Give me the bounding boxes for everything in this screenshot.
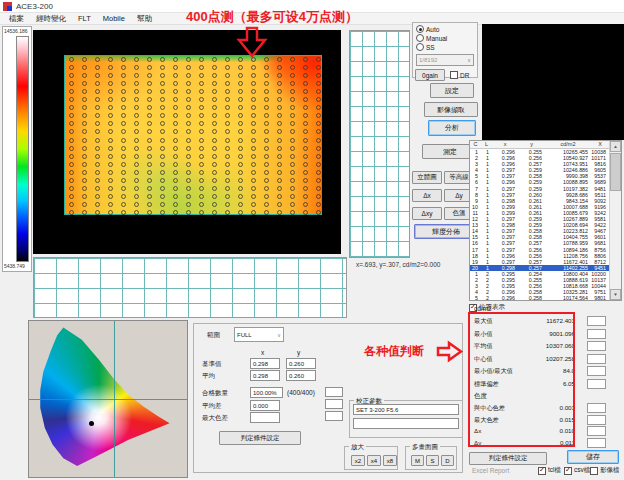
measure-point bbox=[121, 105, 126, 110]
image-file-box[interactable] bbox=[590, 467, 598, 475]
measure-point bbox=[290, 129, 295, 134]
stat-row: 最大色差0.015 bbox=[474, 416, 575, 425]
tcl-file-checkbox[interactable]: tcl檔 bbox=[538, 466, 561, 475]
measure-point bbox=[199, 65, 204, 70]
measure-point bbox=[303, 65, 308, 70]
measure-point bbox=[303, 129, 308, 134]
judge-indicator-box bbox=[325, 387, 343, 397]
measure-point bbox=[173, 186, 178, 191]
scroll-down-icon[interactable]: ▼ bbox=[610, 289, 621, 300]
colorbar-gradient bbox=[16, 36, 29, 262]
radio-manual[interactable]: Manual bbox=[416, 34, 447, 42]
base-x-field[interactable]: 0.298 bbox=[250, 358, 280, 369]
measure-point bbox=[238, 129, 243, 134]
measure-point bbox=[225, 178, 230, 183]
judge-indicator-box bbox=[587, 366, 606, 376]
measure-point bbox=[238, 97, 243, 102]
delta-xy-button[interactable]: Δxy bbox=[412, 207, 442, 220]
measure-point bbox=[251, 65, 256, 70]
csv-file-box[interactable] bbox=[564, 467, 572, 475]
measure-point bbox=[225, 202, 230, 207]
image-file-checkbox[interactable]: 影像檔 bbox=[590, 466, 620, 475]
measure-point bbox=[316, 202, 321, 207]
measure-point bbox=[264, 65, 269, 70]
zoom-button-x2[interactable]: x2 bbox=[351, 455, 365, 466]
dr-checkbox-box[interactable] bbox=[450, 71, 458, 79]
menu-item-4[interactable]: 幫助 bbox=[132, 14, 157, 24]
avg-x-field[interactable]: 0.298 bbox=[250, 370, 280, 381]
range-select[interactable]: FULL ∨ bbox=[234, 327, 284, 342]
menu-item-2[interactable]: FLT bbox=[73, 14, 96, 23]
measure-point bbox=[277, 194, 282, 199]
menu-item-1[interactable]: 經時變化 bbox=[31, 14, 71, 24]
measure-point bbox=[251, 154, 256, 159]
measure-point bbox=[108, 129, 113, 134]
table-row[interactable]: 520.2960.25810174.5649801 bbox=[470, 295, 621, 301]
measure-point bbox=[199, 73, 204, 78]
dr-checkbox[interactable]: DR bbox=[450, 71, 469, 79]
measure-point bbox=[121, 138, 126, 143]
measure-point bbox=[264, 170, 269, 175]
measure-point bbox=[173, 113, 178, 118]
delta-x-button[interactable]: Δx bbox=[412, 189, 442, 202]
settings-button[interactable]: 設定 bbox=[430, 83, 474, 98]
multiview-button-s[interactable]: S bbox=[426, 455, 439, 466]
measure-point bbox=[290, 105, 295, 110]
multiview-button-d[interactable]: D bbox=[441, 455, 454, 466]
stat-label: Δx bbox=[474, 427, 481, 434]
zoom-button-x8[interactable]: x8 bbox=[383, 455, 397, 466]
stat-row: 最小值9001.096 bbox=[474, 330, 575, 339]
measure-point bbox=[199, 170, 204, 175]
image-capture-button[interactable]: 影像擷取 bbox=[424, 102, 478, 117]
acquisition-groupbox: Auto Manual SS 1/8192 ∨ 0gain DR bbox=[412, 22, 478, 78]
calibration-param2-field[interactable] bbox=[353, 418, 459, 429]
measure-point bbox=[160, 65, 165, 70]
measure-point bbox=[147, 57, 152, 62]
measure-point bbox=[69, 154, 74, 159]
scroll-up-icon[interactable]: ▲ bbox=[610, 141, 621, 152]
csv-file-checkbox[interactable]: csv檔 bbox=[564, 466, 590, 475]
tcl-file-box[interactable] bbox=[538, 467, 546, 475]
measure-point bbox=[82, 202, 87, 207]
avg-y-field[interactable]: 0.260 bbox=[286, 370, 316, 381]
measure-point bbox=[147, 162, 152, 167]
measure-point bbox=[238, 202, 243, 207]
radio-auto-label: Auto bbox=[426, 26, 439, 33]
menu-item-3[interactable]: Mobile bbox=[98, 14, 130, 23]
measure-point bbox=[147, 105, 152, 110]
multiview-button-m[interactable]: M bbox=[411, 455, 424, 466]
base-y-field[interactable]: 0.260 bbox=[286, 358, 316, 369]
measure-point bbox=[303, 121, 308, 126]
calibration-param-field[interactable]: SET 3-200 F5.6 bbox=[353, 404, 459, 415]
measure-point bbox=[147, 186, 152, 191]
menu-item-0[interactable]: 檔案 bbox=[4, 14, 29, 24]
radio-auto[interactable]: Auto bbox=[416, 25, 439, 33]
measure-point bbox=[316, 138, 321, 143]
zero-gain-button[interactable]: 0gain bbox=[415, 69, 445, 81]
zoom-button-x4[interactable]: x4 bbox=[367, 455, 381, 466]
measure-point bbox=[225, 210, 230, 215]
measure-point bbox=[316, 162, 321, 167]
table-scrollbar[interactable]: ▲ ▼ bbox=[609, 141, 621, 300]
colorbar-panel: 14536.186 5438.749 bbox=[2, 26, 32, 272]
scrollbar-thumb[interactable] bbox=[610, 153, 621, 191]
judge-settings-button-right[interactable]: 判定條件設定 bbox=[469, 452, 547, 465]
measure-point bbox=[199, 89, 204, 94]
radio-auto-circle[interactable] bbox=[416, 25, 424, 33]
measure-point bbox=[212, 89, 217, 94]
measurement-image-area[interactable] bbox=[33, 30, 341, 254]
measure-point bbox=[108, 194, 113, 199]
view-3d-button[interactable]: 立體圖 bbox=[412, 171, 442, 184]
measure-point bbox=[186, 154, 191, 159]
judge-indicator-box bbox=[587, 379, 606, 389]
radio-ss-circle[interactable] bbox=[416, 43, 424, 51]
measure-point bbox=[147, 65, 152, 70]
shutter-select[interactable]: 1/8192 ∨ bbox=[416, 54, 474, 66]
save-button[interactable]: 儲存 bbox=[567, 450, 619, 464]
measure-point bbox=[134, 113, 139, 118]
measure-point bbox=[82, 89, 87, 94]
radio-manual-circle[interactable] bbox=[416, 34, 424, 42]
analyze-button[interactable]: 分析 bbox=[428, 120, 476, 136]
judge-settings-button-mid[interactable]: 判定條件設定 bbox=[219, 431, 301, 445]
radio-ss[interactable]: SS bbox=[416, 43, 435, 51]
